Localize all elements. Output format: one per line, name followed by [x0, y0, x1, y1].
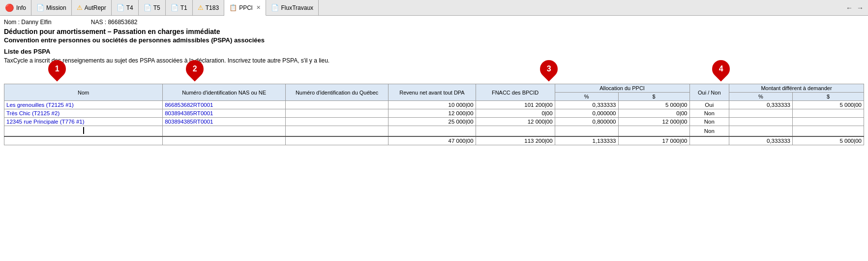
cell-alloc-pct-2: 0,800000 — [555, 118, 618, 126]
pspa-table: Nom Numéro d'identification NAS ou NE Nu… — [4, 84, 864, 145]
cell-alloc-pct-0: 0,333333 — [555, 101, 618, 109]
nom-value: Danny Elfin — [21, 19, 51, 26]
tab-fluxtravaux-label: FluxTravaux — [281, 4, 313, 11]
cell-diff-dollar-0: 5 000|00 — [792, 101, 864, 109]
th-fnacc: FNACC des BPCID — [476, 84, 555, 101]
cell-oui-2: Non — [689, 118, 729, 126]
cell-qc-0[interactable] — [285, 101, 388, 109]
autrepr-warning-icon: ⚠ — [77, 4, 83, 11]
th-diff-dollar: $ — [792, 93, 864, 101]
total-label-nom — [4, 136, 163, 145]
tab-t183[interactable]: ⚠ T183 — [193, 0, 224, 15]
cell-alloc-dollar-3[interactable] — [618, 126, 689, 137]
ppci-doc-icon: 📋 — [229, 4, 237, 11]
t5-doc-icon: 📄 — [144, 4, 151, 11]
cell-diff-pct-1 — [729, 109, 793, 118]
total-diff-pct: 0,333333 — [729, 136, 793, 145]
tab-fluxtravaux[interactable]: 📄 FluxTravaux — [266, 0, 319, 15]
cell-fnacc-1: 0|00 — [476, 109, 555, 118]
th-diff-group: Montant différent à demander — [729, 84, 864, 93]
table-total-row: 47 000|00 113 200|00 1,133333 17 000|00 … — [4, 136, 864, 145]
table-row: 12345 rue Principale (T776 #1) 803894385… — [4, 118, 864, 126]
header-info: Nom : Danny Elfin NAS : 866853682 — [4, 19, 864, 26]
cell-nas-0[interactable]: 866853682RT0001 — [163, 101, 286, 109]
tab-forward-button[interactable]: → — [855, 4, 865, 12]
tab-t1-label: T1 — [180, 4, 187, 11]
total-label-nas — [163, 136, 286, 145]
tab-t1[interactable]: 📄 T1 — [166, 0, 193, 15]
cell-diff-pct-3[interactable] — [729, 126, 793, 137]
t183-warning-icon: ⚠ — [198, 4, 204, 11]
cell-nom-2[interactable]: 12345 rue Principale (T776 #1) — [4, 118, 163, 126]
tab-info[interactable]: 🔴 Info — [0, 0, 31, 15]
cell-alloc-dollar-0: 5 000|00 — [618, 101, 689, 109]
tab-t4[interactable]: 📄 T4 — [112, 0, 139, 15]
th-alloc-group: Allocation du PPCI — [555, 84, 689, 93]
cell-revenu-2: 25 000|00 — [389, 118, 476, 126]
th-alloc-pct: % — [555, 93, 618, 101]
cell-diff-dollar-2 — [792, 118, 864, 126]
cell-nom-0[interactable]: Les grenouilles (T2125 #1) — [4, 101, 163, 109]
th-qc: Numéro d'identification du Québec — [285, 84, 388, 101]
cell-oui-0: Oui — [689, 101, 729, 109]
tab-nav-arrows: ← → — [841, 0, 868, 15]
th-diff-pct: % — [729, 93, 793, 101]
nom-label: Nom : — [4, 19, 20, 26]
tab-info-label: Info — [16, 4, 26, 11]
fluxtravaux-doc-icon: 📄 — [271, 4, 279, 11]
tab-t183-label: T183 — [206, 4, 219, 11]
cell-oui-1: Non — [689, 109, 729, 118]
nom-field: Nom : Danny Elfin — [4, 19, 52, 26]
total-diff-dollar: 5 000|00 — [792, 136, 864, 145]
cell-alloc-pct-3[interactable] — [555, 126, 618, 137]
cell-diff-pct-0: 0,333333 — [729, 101, 793, 109]
info-tab-icon: 🔴 — [5, 3, 14, 12]
nas-label: NAS : — [91, 19, 106, 26]
table-header-row-1: Nom Numéro d'identification NAS ou NE Nu… — [4, 84, 864, 93]
th-alloc-dollar: $ — [618, 93, 689, 101]
cell-nom-3[interactable] — [4, 126, 163, 137]
cell-fnacc-0: 101 200|00 — [476, 101, 555, 109]
tab-t5[interactable]: 📄 T5 — [139, 0, 166, 15]
tab-autrepr[interactable]: ⚠ AutRepr — [72, 0, 112, 15]
tab-autrepr-label: AutRepr — [85, 4, 106, 11]
close-ppci-button[interactable]: ✕ — [256, 4, 261, 11]
cell-revenu-0: 10 000|00 — [389, 101, 476, 109]
tab-bar: 🔴 Info 📄 Mission ⚠ AutRepr 📄 T4 📄 T5 📄 T… — [0, 0, 868, 16]
th-revenu: Revenu net avant tout DPA — [389, 84, 476, 101]
tab-ppci-label: PPCl — [239, 4, 252, 11]
cell-alloc-pct-1: 0,000000 — [555, 109, 618, 118]
description-text: TaxCycle a inscrit des renseignements au… — [4, 57, 864, 64]
cell-qc-2[interactable] — [285, 118, 388, 126]
cell-diff-pct-2 — [729, 118, 793, 126]
form-subtitle: Convention entre personnes ou sociétés d… — [4, 36, 864, 44]
tab-mission-label: Mission — [46, 4, 66, 11]
nas-field: NAS : 866853682 — [91, 19, 138, 26]
description-area: TaxCycle a inscrit des renseignements au… — [4, 57, 864, 64]
cell-revenu-3[interactable] — [389, 126, 476, 137]
cell-fnacc-3[interactable] — [476, 126, 555, 137]
total-fnacc: 113 200|00 — [476, 136, 555, 145]
nas-value: 866853682 — [108, 19, 137, 26]
cell-revenu-1: 12 000|00 — [389, 109, 476, 118]
t4-doc-icon: 📄 — [117, 4, 124, 11]
t1-doc-icon: 📄 — [171, 4, 179, 11]
total-oui-non — [689, 136, 729, 145]
tab-t5-label: T5 — [153, 4, 160, 11]
cell-qc-1[interactable] — [285, 109, 388, 118]
cell-nom-1[interactable]: Très Chic (T2125 #2) — [4, 109, 163, 118]
total-revenu: 47 000|00 — [389, 136, 476, 145]
th-nas-ne: Numéro d'identification NAS ou NE — [163, 84, 286, 101]
cell-nas-1[interactable]: 803894385RT0001 — [163, 109, 286, 118]
tab-back-button[interactable]: ← — [844, 4, 854, 12]
cell-nas-3[interactable] — [163, 126, 286, 137]
cell-diff-dollar-3[interactable] — [792, 126, 864, 137]
total-alloc-dollar: 17 000|00 — [618, 136, 689, 145]
tab-mission[interactable]: 📄 Mission — [31, 0, 72, 15]
cell-qc-3[interactable] — [285, 126, 388, 137]
tab-ppci[interactable]: 📋 PPCl ✕ — [224, 0, 266, 16]
main-content: Nom : Danny Elfin NAS : 866853682 Déduct… — [0, 16, 868, 148]
cell-alloc-dollar-1: 0|00 — [618, 109, 689, 118]
cell-nas-2[interactable]: 803894385RT0001 — [163, 118, 286, 126]
total-label-qc — [285, 136, 388, 145]
